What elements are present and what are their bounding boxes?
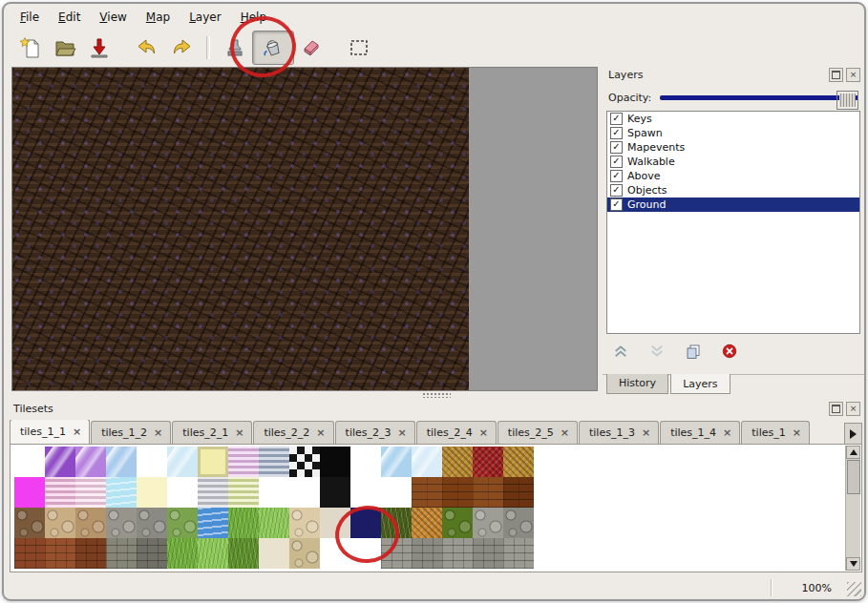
tileset-tab-tiles_2_2[interactable]: tiles_2_2× [253, 421, 333, 444]
tileset-tile[interactable] [14, 538, 45, 569]
tileset-tile[interactable] [350, 447, 381, 477]
delete-layer-button[interactable] [721, 343, 738, 364]
eraser-tool-button[interactable] [294, 32, 328, 63]
tileset-tile[interactable] [198, 508, 228, 538]
open-map-button[interactable] [48, 32, 82, 63]
tab-close-icon[interactable]: × [235, 427, 243, 438]
menu-item-view[interactable]: View [91, 9, 135, 28]
opacity-slider-handle[interactable] [836, 91, 858, 110]
raise-layer-button[interactable] [612, 343, 629, 364]
menu-item-layer[interactable]: Layer [180, 9, 229, 28]
tileset-tile[interactable] [350, 477, 381, 508]
duplicate-layer-button[interactable] [685, 343, 702, 364]
tileset-tile[interactable] [198, 538, 228, 569]
menu-item-help[interactable]: Help [232, 9, 275, 28]
tileset-tile[interactable] [106, 477, 137, 508]
tileset-tab-tiles_2_4[interactable]: tiles_2_4× [416, 421, 497, 444]
undo-button[interactable] [130, 32, 164, 63]
tileset-tile[interactable] [167, 477, 198, 508]
tab-close-icon[interactable]: × [642, 427, 650, 438]
tileset-tile[interactable] [442, 538, 473, 569]
tileset-tile[interactable] [320, 508, 350, 538]
opacity-slider[interactable] [660, 91, 858, 104]
layer-visibility-checkbox[interactable]: ✓ [610, 141, 623, 154]
tileset-tile[interactable] [503, 477, 534, 508]
tileset-tile[interactable] [14, 477, 45, 508]
menu-item-map[interactable]: Map [138, 9, 179, 28]
tileset-tile[interactable] [228, 447, 259, 477]
tileset-tile[interactable] [473, 477, 503, 508]
layer-row-walkable[interactable]: ✓Walkable [607, 155, 859, 169]
layer-row-objects[interactable]: ✓Objects [607, 183, 859, 198]
tileset-tile[interactable] [45, 508, 75, 538]
tileset-tile[interactable] [167, 508, 198, 538]
tileset-tile[interactable] [473, 508, 503, 538]
tileset-tile[interactable] [137, 477, 167, 508]
tileset-tile[interactable] [45, 477, 75, 508]
layer-visibility-checkbox[interactable]: ✓ [610, 184, 623, 197]
tileset-tab-tiles_2_5[interactable]: tiles_2_5× [498, 421, 578, 444]
tileset-tile[interactable] [228, 477, 259, 508]
tileset-tile[interactable] [45, 447, 75, 477]
close-panel-button[interactable]: × [846, 68, 860, 82]
tileset-tile[interactable] [350, 508, 381, 538]
tileset-tile[interactable] [289, 447, 320, 477]
resize-grip[interactable] [847, 582, 861, 596]
detach-panel-button[interactable] [829, 68, 843, 82]
scroll-up-button[interactable] [846, 446, 860, 459]
dock-tab-history[interactable]: History [606, 374, 668, 394]
tileset-tab-tiles_1_2[interactable]: tiles_1_2× [91, 421, 171, 444]
tileset-tile[interactable] [75, 508, 106, 538]
tab-close-icon[interactable]: × [154, 427, 162, 438]
tileset-tile[interactable] [106, 508, 137, 538]
tileset-tile[interactable] [442, 447, 473, 477]
close-panel-button[interactable]: × [846, 402, 860, 416]
tileset-tile[interactable] [14, 508, 45, 538]
lower-layer-button[interactable] [648, 343, 666, 364]
tileset-tile[interactable] [137, 447, 167, 477]
detach-panel-button[interactable] [829, 402, 843, 416]
tileset-tile[interactable] [412, 508, 442, 538]
tileset-tile[interactable] [442, 508, 473, 538]
tab-close-icon[interactable]: × [723, 427, 731, 438]
tileset-tile[interactable] [228, 538, 259, 569]
tileset-tile[interactable] [442, 477, 473, 508]
layer-visibility-checkbox[interactable]: ✓ [610, 198, 623, 211]
tab-scroll-right-button[interactable] [844, 423, 862, 445]
tileset-tile[interactable] [473, 538, 503, 569]
tileset-tile[interactable] [259, 508, 289, 538]
tileset-tile[interactable] [198, 477, 228, 508]
tileset-tile[interactable] [503, 508, 534, 538]
new-map-button[interactable] [13, 32, 48, 63]
tileset-tile[interactable] [75, 447, 106, 477]
tab-close-icon[interactable]: × [73, 426, 81, 437]
tileset-tile[interactable] [75, 477, 106, 508]
tileset-tile[interactable] [320, 538, 350, 569]
tileset-tile[interactable] [106, 447, 137, 477]
tileset-tile[interactable] [289, 538, 320, 569]
tab-close-icon[interactable]: × [793, 427, 801, 438]
tileset-tab-tiles_1[interactable]: tiles_1× [741, 421, 810, 444]
tileset-tile[interactable] [320, 477, 350, 508]
tileset-tile[interactable] [473, 447, 503, 477]
tileset-tile[interactable] [381, 477, 412, 508]
tileset-tile[interactable] [228, 508, 259, 538]
tileset-tile[interactable] [45, 538, 75, 569]
tileset-tile[interactable] [259, 477, 289, 508]
tileset-tab-tiles_1_4[interactable]: tiles_1_4× [660, 421, 740, 444]
tileset-tile[interactable] [412, 538, 442, 569]
tileset-tile[interactable] [412, 447, 442, 477]
tileset-tile[interactable] [259, 447, 289, 477]
tab-close-icon[interactable]: × [479, 427, 488, 438]
dock-tab-layers[interactable]: Layers [670, 374, 730, 394]
tileset-tab-tiles_1_1[interactable]: tiles_1_1× [10, 420, 90, 444]
layer-row-above[interactable]: ✓Above [607, 169, 859, 183]
tileset-tile[interactable] [412, 477, 442, 508]
layer-visibility-checkbox[interactable]: ✓ [610, 170, 623, 182]
tileset-tile[interactable] [106, 538, 137, 569]
tab-close-icon[interactable]: × [397, 427, 406, 438]
tileset-tile[interactable] [198, 447, 228, 477]
tab-close-icon[interactable]: × [561, 427, 569, 438]
layer-row-keys[interactable]: ✓Keys [607, 112, 859, 126]
layer-row-ground[interactable]: ✓Ground [607, 198, 859, 212]
